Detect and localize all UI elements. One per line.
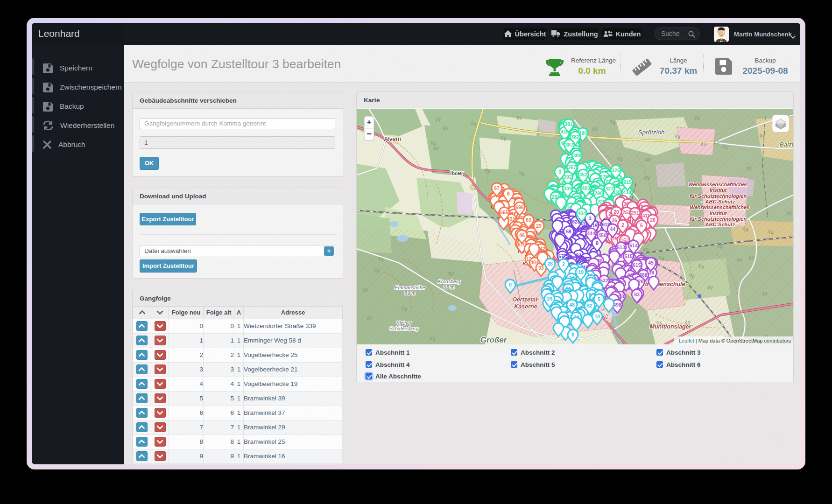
svg-text:29: 29 xyxy=(547,296,552,301)
svg-text:20: 20 xyxy=(613,209,619,215)
svg-text:387: 387 xyxy=(565,142,573,147)
svg-text:6: 6 xyxy=(507,191,510,196)
svg-text:2: 2 xyxy=(562,261,565,267)
svg-text:5: 5 xyxy=(640,223,643,228)
svg-text:für Schutztechnologien: für Schutztechnologien xyxy=(690,216,747,222)
svg-text:83: 83 xyxy=(634,292,640,297)
svg-text:404: 404 xyxy=(578,210,586,216)
svg-text:Balzwi: Balzwi xyxy=(780,141,793,148)
svg-text:für Schutztechnologien: für Schutztechnologien xyxy=(690,193,747,199)
svg-text:381: 381 xyxy=(564,121,573,127)
svg-text:19: 19 xyxy=(578,269,584,275)
svg-text:59: 59 xyxy=(566,229,571,234)
svg-text:696: 696 xyxy=(515,204,524,210)
svg-text:48: 48 xyxy=(569,302,575,308)
svg-text:403: 403 xyxy=(582,185,590,191)
svg-text:Kleiner: Kleiner xyxy=(396,320,412,326)
svg-text:444: 444 xyxy=(587,231,595,236)
svg-text:515: 515 xyxy=(624,253,633,259)
svg-text:−: − xyxy=(367,129,372,139)
svg-text:Munitionslager: Munitionslager xyxy=(650,323,692,330)
svg-text:388: 388 xyxy=(573,153,581,158)
svg-text:2: 2 xyxy=(621,222,624,228)
svg-text:62: 62 xyxy=(587,303,592,308)
svg-text:46: 46 xyxy=(519,232,525,238)
svg-text:325: 325 xyxy=(612,168,620,173)
svg-text:63: 63 xyxy=(526,217,531,223)
svg-text:8: 8 xyxy=(571,332,574,337)
svg-text:3: 3 xyxy=(558,169,561,175)
svg-text:5: 5 xyxy=(598,296,600,302)
svg-text:352: 352 xyxy=(579,172,587,177)
svg-text:8: 8 xyxy=(596,240,599,246)
svg-text:251: 251 xyxy=(631,210,639,216)
svg-text:Großer: Großer xyxy=(480,336,508,344)
svg-text:28: 28 xyxy=(650,217,656,223)
svg-text:615: 615 xyxy=(623,179,632,185)
svg-text:392: 392 xyxy=(564,174,572,180)
svg-text:– ABC-Schutz: – ABC-Schutz xyxy=(701,222,735,227)
svg-text:339: 339 xyxy=(564,186,572,191)
svg-text:Institut: Institut xyxy=(710,210,727,216)
svg-text:Wehrwissenschaftliches: Wehrwissenschaftliches xyxy=(688,182,748,187)
svg-text:615: 615 xyxy=(633,262,641,268)
svg-text:3: 3 xyxy=(589,216,592,221)
svg-text:367: 367 xyxy=(568,164,576,170)
svg-text:89 m: 89 m xyxy=(404,290,416,296)
svg-text:67: 67 xyxy=(494,185,500,191)
svg-text:Kronsberg: Kronsberg xyxy=(438,279,461,284)
svg-text:Institut: Institut xyxy=(710,187,727,193)
svg-text:290: 290 xyxy=(594,190,603,196)
svg-text:327: 327 xyxy=(605,186,613,191)
svg-text:513: 513 xyxy=(617,245,625,250)
svg-text:- Wehrwissenschaftliches: - Wehrwissenschaftliches xyxy=(687,204,749,210)
svg-text:Leaflet | Map data © OpenStree: Leaflet | Map data © OpenStreetMap contr… xyxy=(679,338,791,343)
svg-text:Sprötzloh: Sprötzloh xyxy=(638,129,664,136)
svg-text:Alvern: Alvern xyxy=(384,135,402,142)
svg-text:382: 382 xyxy=(571,134,579,140)
svg-text:514: 514 xyxy=(629,243,638,248)
svg-text:26: 26 xyxy=(612,217,617,223)
svg-text:450: 450 xyxy=(598,232,606,238)
svg-text:Oertzetal-: Oertzetal- xyxy=(512,296,539,303)
svg-text:+: + xyxy=(367,118,372,126)
svg-text:Emmanshöhe: Emmanshöhe xyxy=(395,285,425,290)
svg-text:10: 10 xyxy=(594,314,600,319)
svg-text:98 m: 98 m xyxy=(444,284,455,290)
svg-text:45: 45 xyxy=(648,260,654,266)
svg-text:28: 28 xyxy=(547,261,553,266)
svg-text:0: 0 xyxy=(509,282,512,287)
svg-text:Schäfersberg: Schäfersberg xyxy=(389,326,419,331)
svg-text:– ABC-Schutz: – ABC-Schutz xyxy=(701,199,735,204)
svg-text:29: 29 xyxy=(536,223,542,229)
svg-text:665: 665 xyxy=(500,210,508,215)
svg-text:44: 44 xyxy=(610,226,615,232)
svg-text:Kaserne: Kaserne xyxy=(514,303,537,310)
svg-text:Ilster: Ilster xyxy=(450,169,464,176)
